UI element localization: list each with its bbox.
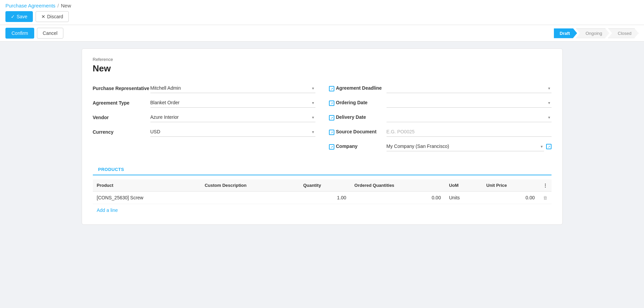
- external-link-icon-delivery_date[interactable]: ↗︎: [329, 115, 334, 120]
- col-header-options[interactable]: ⋮: [539, 179, 552, 192]
- label-vendor: Vendor: [93, 115, 150, 120]
- breadcrumb-parent-link[interactable]: Purchase Agreements: [5, 3, 56, 8]
- field-row-ordering_date: ↗︎Ordering Date: [329, 98, 552, 108]
- table-row: [CONS_25630] Screw1.000.00Units0.00🗑: [93, 192, 552, 204]
- cell-unit_price: 0.00: [482, 192, 539, 204]
- company-external-icon[interactable]: ↗: [546, 144, 552, 149]
- left-fields: Purchase RepresentativeMitchell AdminAgr…: [93, 83, 315, 156]
- status-actions: Confirm Cancel: [5, 28, 63, 39]
- status-pipeline: DraftOngoingClosed: [554, 28, 639, 38]
- cell-quantity: 1.00: [299, 192, 350, 204]
- label-wrap-company: ↗︎Company: [329, 144, 387, 150]
- status-step-closed[interactable]: Closed: [608, 28, 639, 38]
- select-company[interactable]: My Company (San Francisco): [387, 141, 544, 151]
- input-source_document[interactable]: [387, 127, 552, 137]
- status-bar: Confirm Cancel DraftOngoingClosed: [0, 25, 644, 42]
- field-row-purchase_representative: Purchase RepresentativeMitchell Admin: [93, 83, 315, 93]
- cell-uom: Units: [445, 192, 482, 204]
- label-currency: Currency: [93, 129, 150, 135]
- select-wrap-ordering_date: [387, 98, 552, 108]
- discard-button[interactable]: ✕ Discard: [36, 11, 69, 22]
- status-step-ongoing[interactable]: Ongoing: [576, 28, 609, 38]
- select-vendor[interactable]: Azure Interior: [150, 112, 315, 122]
- breadcrumb-current: New: [61, 3, 71, 8]
- select-agreement_deadline[interactable]: [387, 83, 552, 93]
- label-ordering_date: Ordering Date: [336, 100, 368, 105]
- select-wrap-agreement_deadline: [387, 83, 552, 93]
- add-line-link[interactable]: Add a line: [93, 204, 122, 216]
- breadcrumb-separator: /: [58, 3, 59, 8]
- external-link-icon-agreement_deadline[interactable]: ↗︎: [329, 86, 334, 91]
- table-body: [CONS_25630] Screw1.000.00Units0.00🗑: [93, 192, 552, 204]
- col-header-uom: UoM: [445, 179, 482, 192]
- select-wrap-company: My Company (San Francisco): [387, 141, 544, 151]
- control-wrap-purchase_representative: Mitchell Admin: [150, 83, 315, 93]
- control-wrap-vendor: Azure Interior: [150, 112, 315, 122]
- save-check-icon: ✓: [11, 14, 15, 19]
- label-agreement_deadline: Agreement Deadline: [336, 85, 382, 91]
- select-currency[interactable]: USD: [150, 127, 315, 137]
- cell-custom_description: [201, 192, 299, 204]
- cell-ordered_quantities: 0.00: [350, 192, 445, 204]
- external-link-icon-company[interactable]: ↗︎: [329, 144, 334, 150]
- select-wrap-delivery_date: [387, 112, 552, 122]
- cancel-button[interactable]: Cancel: [37, 28, 63, 39]
- label-purchase_representative: Purchase Representative: [93, 86, 150, 91]
- col-header-product: Product: [93, 179, 201, 192]
- discard-x-icon: ✕: [41, 14, 45, 19]
- form-grid: Purchase RepresentativeMitchell AdminAgr…: [93, 83, 552, 156]
- field-row-vendor: VendorAzure Interior: [93, 112, 315, 122]
- field-row-currency: CurrencyUSD: [93, 127, 315, 137]
- control-source_document: [387, 127, 552, 137]
- control-wrap-agreement_type: Blanket Order: [150, 98, 315, 108]
- field-row-agreement_type: Agreement TypeBlanket Order: [93, 98, 315, 108]
- right-fields: ↗︎Agreement Deadline↗︎Ordering Date↗︎Del…: [329, 83, 552, 156]
- reference-label: Reference: [93, 57, 552, 62]
- select-delivery_date[interactable]: [387, 112, 552, 122]
- table-header: ProductCustom DescriptionQuantityOrdered…: [93, 179, 552, 192]
- label-source_document: Source Document: [336, 129, 377, 134]
- external-link-icon-ordering_date[interactable]: ↗︎: [329, 101, 334, 106]
- main-content: Reference New Purchase RepresentativeMit…: [0, 42, 644, 232]
- save-label: Save: [17, 14, 27, 19]
- cell-product: [CONS_25630] Screw: [93, 192, 201, 204]
- control-company: My Company (San Francisco)↗: [387, 141, 552, 151]
- field-row-agreement_deadline: ↗︎Agreement Deadline: [329, 83, 552, 93]
- discard-label: Discard: [47, 14, 63, 19]
- label-agreement_type: Agreement Type: [93, 100, 150, 106]
- breadcrumb: Purchase Agreements / New: [5, 3, 639, 8]
- action-buttons: ✓ Save ✕ Discard: [5, 11, 639, 22]
- reference-value: New: [93, 63, 552, 74]
- col-header-custom_description: Custom Description: [201, 179, 299, 192]
- products-tab: PRODUCTS: [93, 164, 552, 175]
- select-purchase_representative[interactable]: Mitchell Admin: [150, 83, 315, 93]
- control-agreement_deadline: [387, 83, 552, 93]
- field-row-source_document: ↗︎Source Document: [329, 127, 552, 137]
- products-section: PRODUCTS ProductCustom DescriptionQuanti…: [93, 164, 552, 216]
- col-header-unit_price: Unit Price: [482, 179, 539, 192]
- tab-products[interactable]: PRODUCTS: [93, 164, 130, 175]
- delete-row-button[interactable]: 🗑: [543, 195, 547, 200]
- select-ordering_date[interactable]: [387, 98, 552, 108]
- label-wrap-source_document: ↗︎Source Document: [329, 129, 387, 135]
- top-bar: Purchase Agreements / New ✓ Save ✕ Disca…: [0, 0, 644, 25]
- external-link-icon-source_document[interactable]: ↗︎: [329, 130, 334, 135]
- save-button[interactable]: ✓ Save: [5, 11, 33, 22]
- control-ordering_date: [387, 98, 552, 108]
- confirm-button[interactable]: Confirm: [5, 28, 34, 39]
- label-wrap-agreement_deadline: ↗︎Agreement Deadline: [329, 85, 387, 91]
- status-step-draft[interactable]: Draft: [554, 28, 577, 38]
- control-delivery_date: [387, 112, 552, 122]
- label-wrap-delivery_date: ↗︎Delivery Date: [329, 114, 387, 120]
- select-agreement_type[interactable]: Blanket Order: [150, 98, 315, 108]
- control-wrap-currency: USD: [150, 127, 315, 137]
- col-header-quantity: Quantity: [299, 179, 350, 192]
- col-header-ordered_quantities: Ordered Quantities: [350, 179, 445, 192]
- field-row-company: ↗︎CompanyMy Company (San Francisco)↗: [329, 141, 552, 151]
- label-wrap-ordering_date: ↗︎Ordering Date: [329, 100, 387, 106]
- label-delivery_date: Delivery Date: [336, 114, 366, 120]
- form-card: Reference New Purchase RepresentativeMit…: [82, 48, 563, 225]
- delete-cell: 🗑: [539, 192, 552, 204]
- products-table: ProductCustom DescriptionQuantityOrdered…: [93, 179, 552, 204]
- field-row-delivery_date: ↗︎Delivery Date: [329, 112, 552, 122]
